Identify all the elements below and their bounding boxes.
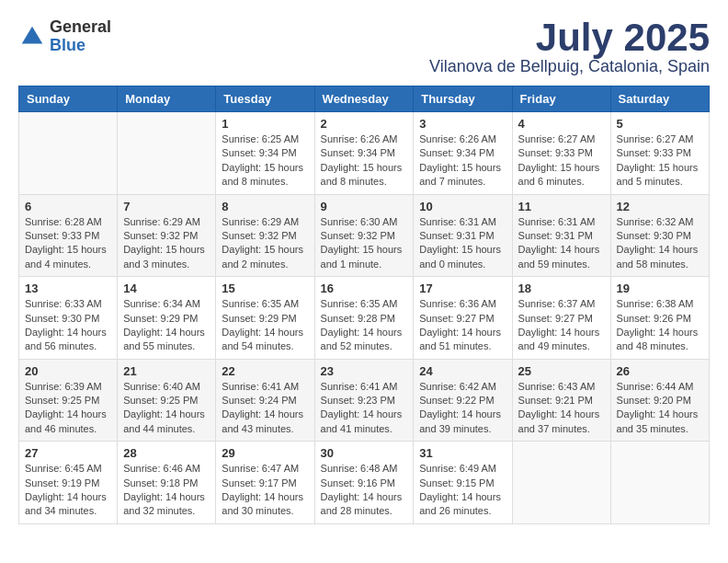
table-row: 14Sunrise: 6:34 AM Sunset: 9:29 PM Dayli… xyxy=(118,277,216,360)
day-number: 13 xyxy=(25,282,111,295)
calendar-week-row: 20Sunrise: 6:39 AM Sunset: 9:25 PM Dayli… xyxy=(19,359,710,442)
day-number: 24 xyxy=(419,364,506,378)
calendar-week-row: 13Sunrise: 6:33 AM Sunset: 9:30 PM Dayli… xyxy=(19,277,710,360)
table-row: 8Sunrise: 6:29 AM Sunset: 9:32 PM Daylig… xyxy=(216,194,314,277)
day-number: 15 xyxy=(222,282,308,295)
col-saturday: Saturday xyxy=(610,86,709,112)
day-number: 27 xyxy=(25,446,111,460)
table-row: 17Sunrise: 6:36 AM Sunset: 9:27 PM Dayli… xyxy=(414,277,512,360)
logo: General Blue xyxy=(18,18,111,55)
table-row: 4Sunrise: 6:27 AM Sunset: 9:33 PM Daylig… xyxy=(512,112,610,195)
day-info: Sunrise: 6:29 AM Sunset: 9:32 PM Dayligh… xyxy=(222,215,308,272)
table-row: 25Sunrise: 6:43 AM Sunset: 9:21 PM Dayli… xyxy=(512,359,610,442)
day-info: Sunrise: 6:45 AM Sunset: 9:19 PM Dayligh… xyxy=(25,462,111,519)
day-number: 29 xyxy=(222,446,308,460)
logo-general: General xyxy=(50,18,111,37)
col-wednesday: Wednesday xyxy=(314,86,414,112)
day-info: Sunrise: 6:31 AM Sunset: 9:31 PM Dayligh… xyxy=(518,215,605,272)
table-row: 2Sunrise: 6:26 AM Sunset: 9:34 PM Daylig… xyxy=(314,112,414,195)
day-info: Sunrise: 6:35 AM Sunset: 9:29 PM Dayligh… xyxy=(222,297,308,354)
day-number: 19 xyxy=(617,282,703,295)
day-number: 3 xyxy=(419,117,506,131)
table-row: 27Sunrise: 6:45 AM Sunset: 9:19 PM Dayli… xyxy=(19,442,118,524)
table-row: 23Sunrise: 6:41 AM Sunset: 9:23 PM Dayli… xyxy=(314,359,414,442)
day-number: 8 xyxy=(222,200,308,213)
day-info: Sunrise: 6:40 AM Sunset: 9:25 PM Dayligh… xyxy=(123,380,210,437)
day-number: 12 xyxy=(617,200,703,213)
month-title: July 2025 xyxy=(429,18,710,57)
day-info: Sunrise: 6:41 AM Sunset: 9:24 PM Dayligh… xyxy=(222,380,308,437)
logo-blue: Blue xyxy=(50,37,111,55)
table-row xyxy=(19,112,118,195)
calendar: Sunday Monday Tuesday Wednesday Thursday… xyxy=(18,86,710,524)
table-row: 31Sunrise: 6:49 AM Sunset: 9:15 PM Dayli… xyxy=(414,442,512,524)
day-info: Sunrise: 6:38 AM Sunset: 9:26 PM Dayligh… xyxy=(617,297,703,354)
day-number: 28 xyxy=(123,446,210,460)
location-title: Vilanova de Bellpuig, Catalonia, Spain xyxy=(429,57,710,76)
day-number: 4 xyxy=(518,117,605,131)
day-info: Sunrise: 6:31 AM Sunset: 9:31 PM Dayligh… xyxy=(419,215,506,272)
table-row: 18Sunrise: 6:37 AM Sunset: 9:27 PM Dayli… xyxy=(512,277,610,360)
day-info: Sunrise: 6:37 AM Sunset: 9:27 PM Dayligh… xyxy=(518,297,605,354)
day-number: 22 xyxy=(222,364,308,378)
day-info: Sunrise: 6:28 AM Sunset: 9:33 PM Dayligh… xyxy=(25,215,111,272)
table-row xyxy=(512,442,610,524)
day-info: Sunrise: 6:27 AM Sunset: 9:33 PM Dayligh… xyxy=(617,132,703,190)
table-row: 16Sunrise: 6:35 AM Sunset: 9:28 PM Dayli… xyxy=(314,277,414,360)
day-info: Sunrise: 6:43 AM Sunset: 9:21 PM Dayligh… xyxy=(518,380,605,437)
day-info: Sunrise: 6:46 AM Sunset: 9:18 PM Dayligh… xyxy=(123,462,210,519)
day-number: 30 xyxy=(321,446,408,460)
day-number: 20 xyxy=(25,364,111,378)
col-thursday: Thursday xyxy=(414,86,512,112)
table-row: 24Sunrise: 6:42 AM Sunset: 9:22 PM Dayli… xyxy=(414,359,512,442)
logo-icon xyxy=(18,23,46,51)
day-info: Sunrise: 6:39 AM Sunset: 9:25 PM Dayligh… xyxy=(25,380,111,437)
table-row: 9Sunrise: 6:30 AM Sunset: 9:32 PM Daylig… xyxy=(314,194,414,277)
col-tuesday: Tuesday xyxy=(216,86,314,112)
day-number: 17 xyxy=(419,282,506,295)
day-number: 23 xyxy=(321,364,408,378)
svg-marker-0 xyxy=(22,27,43,44)
calendar-header-row: Sunday Monday Tuesday Wednesday Thursday… xyxy=(19,86,710,112)
table-row xyxy=(118,112,216,195)
day-number: 18 xyxy=(518,282,605,295)
calendar-week-row: 27Sunrise: 6:45 AM Sunset: 9:19 PM Dayli… xyxy=(19,442,710,524)
day-number: 21 xyxy=(123,364,210,378)
day-number: 11 xyxy=(518,200,605,213)
day-info: Sunrise: 6:27 AM Sunset: 9:33 PM Dayligh… xyxy=(518,132,605,190)
day-info: Sunrise: 6:30 AM Sunset: 9:32 PM Dayligh… xyxy=(321,215,408,272)
table-row: 20Sunrise: 6:39 AM Sunset: 9:25 PM Dayli… xyxy=(19,359,118,442)
table-row: 19Sunrise: 6:38 AM Sunset: 9:26 PM Dayli… xyxy=(610,277,709,360)
day-number: 1 xyxy=(222,117,308,131)
table-row: 28Sunrise: 6:46 AM Sunset: 9:18 PM Dayli… xyxy=(118,442,216,524)
day-info: Sunrise: 6:35 AM Sunset: 9:28 PM Dayligh… xyxy=(321,297,408,354)
day-number: 7 xyxy=(123,200,210,213)
table-row: 1Sunrise: 6:25 AM Sunset: 9:34 PM Daylig… xyxy=(216,112,314,195)
table-row: 30Sunrise: 6:48 AM Sunset: 9:16 PM Dayli… xyxy=(314,442,414,524)
table-row: 13Sunrise: 6:33 AM Sunset: 9:30 PM Dayli… xyxy=(19,277,118,360)
table-row: 5Sunrise: 6:27 AM Sunset: 9:33 PM Daylig… xyxy=(610,112,709,195)
day-number: 25 xyxy=(518,364,605,378)
calendar-week-row: 1Sunrise: 6:25 AM Sunset: 9:34 PM Daylig… xyxy=(19,112,710,195)
day-number: 9 xyxy=(321,200,408,213)
day-info: Sunrise: 6:49 AM Sunset: 9:15 PM Dayligh… xyxy=(419,462,506,519)
page-header: General Blue July 2025 Vilanova de Bellp… xyxy=(18,18,710,76)
day-info: Sunrise: 6:33 AM Sunset: 9:30 PM Dayligh… xyxy=(25,297,111,354)
day-info: Sunrise: 6:48 AM Sunset: 9:16 PM Dayligh… xyxy=(321,462,408,519)
table-row: 29Sunrise: 6:47 AM Sunset: 9:17 PM Dayli… xyxy=(216,442,314,524)
day-info: Sunrise: 6:41 AM Sunset: 9:23 PM Dayligh… xyxy=(321,380,408,437)
title-section: July 2025 Vilanova de Bellpuig, Cataloni… xyxy=(429,18,710,76)
day-info: Sunrise: 6:25 AM Sunset: 9:34 PM Dayligh… xyxy=(222,132,308,190)
day-info: Sunrise: 6:29 AM Sunset: 9:32 PM Dayligh… xyxy=(123,215,210,272)
day-info: Sunrise: 6:32 AM Sunset: 9:30 PM Dayligh… xyxy=(617,215,703,272)
day-info: Sunrise: 6:44 AM Sunset: 9:20 PM Dayligh… xyxy=(617,380,703,437)
col-monday: Monday xyxy=(118,86,216,112)
day-number: 31 xyxy=(419,446,506,460)
day-info: Sunrise: 6:47 AM Sunset: 9:17 PM Dayligh… xyxy=(222,462,308,519)
logo-text: General Blue xyxy=(50,18,111,55)
day-info: Sunrise: 6:36 AM Sunset: 9:27 PM Dayligh… xyxy=(419,297,506,354)
day-number: 2 xyxy=(321,117,408,131)
table-row: 15Sunrise: 6:35 AM Sunset: 9:29 PM Dayli… xyxy=(216,277,314,360)
day-info: Sunrise: 6:26 AM Sunset: 9:34 PM Dayligh… xyxy=(321,132,408,190)
day-number: 10 xyxy=(419,200,506,213)
